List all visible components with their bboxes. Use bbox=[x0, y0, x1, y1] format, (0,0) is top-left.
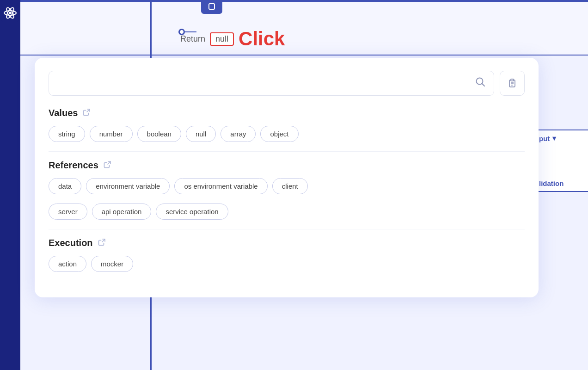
references-tags-row2: server api operation service operation bbox=[49, 204, 525, 220]
tag-api-operation[interactable]: api operation bbox=[92, 204, 152, 220]
right-panel: put ▾ lidation bbox=[533, 130, 588, 192]
tag-environment-variable[interactable]: environment variable bbox=[86, 178, 170, 194]
chevron-down-icon[interactable]: ▾ bbox=[552, 134, 556, 142]
tag-number[interactable]: number bbox=[90, 126, 133, 142]
divider-2 bbox=[49, 229, 525, 229]
top-blue-bar bbox=[20, 0, 588, 2]
references-section-header: References bbox=[49, 160, 525, 171]
tag-data[interactable]: data bbox=[49, 178, 81, 194]
null-value-badge[interactable]: null bbox=[210, 32, 234, 46]
top-button[interactable] bbox=[201, 0, 222, 14]
tag-action[interactable]: action bbox=[49, 256, 86, 272]
tag-mocker[interactable]: mocker bbox=[91, 256, 133, 272]
values-section-header: Values bbox=[49, 108, 525, 118]
search-row bbox=[49, 71, 525, 96]
tag-string[interactable]: string bbox=[49, 126, 85, 142]
svg-line-6 bbox=[482, 84, 485, 86]
tag-service-operation[interactable]: service operation bbox=[156, 204, 228, 220]
execution-tags: action mocker bbox=[49, 256, 525, 272]
tag-object[interactable]: object bbox=[260, 126, 298, 142]
app-logo[interactable] bbox=[1, 4, 19, 22]
type-selector-popup: Values string number boolean null array … bbox=[35, 58, 539, 297]
output-label: put ▾ bbox=[539, 134, 582, 142]
tag-array[interactable]: array bbox=[220, 126, 256, 142]
click-instruction: Click bbox=[239, 28, 285, 50]
return-label: Return bbox=[180, 34, 205, 44]
svg-point-0 bbox=[9, 12, 12, 14]
tag-boolean[interactable]: boolean bbox=[137, 126, 181, 142]
references-tags: data environment variable os environment… bbox=[49, 178, 525, 194]
execution-section-header: Execution bbox=[49, 238, 525, 248]
tag-null[interactable]: null bbox=[186, 126, 216, 142]
references-title: References bbox=[49, 160, 98, 171]
svg-rect-4 bbox=[209, 4, 214, 9]
search-box[interactable] bbox=[49, 71, 494, 96]
tag-client[interactable]: client bbox=[272, 178, 308, 194]
sidebar bbox=[0, 0, 20, 370]
validation-label: lidation bbox=[539, 179, 582, 187]
values-tags: string number boolean null array object bbox=[49, 126, 525, 142]
svg-rect-8 bbox=[511, 79, 514, 81]
execution-title: Execution bbox=[49, 238, 93, 248]
clipboard-button[interactable] bbox=[500, 71, 525, 96]
tag-server[interactable]: server bbox=[49, 204, 87, 220]
values-title: Values bbox=[49, 108, 78, 118]
values-link-icon[interactable] bbox=[82, 108, 91, 118]
tag-os-environment-variable[interactable]: os environment variable bbox=[174, 178, 267, 194]
divider-1 bbox=[49, 151, 525, 152]
execution-link-icon[interactable] bbox=[98, 238, 106, 248]
search-icon bbox=[475, 77, 485, 90]
top-bar bbox=[20, 0, 588, 56]
connector-line bbox=[184, 31, 196, 32]
references-link-icon[interactable] bbox=[103, 160, 111, 171]
